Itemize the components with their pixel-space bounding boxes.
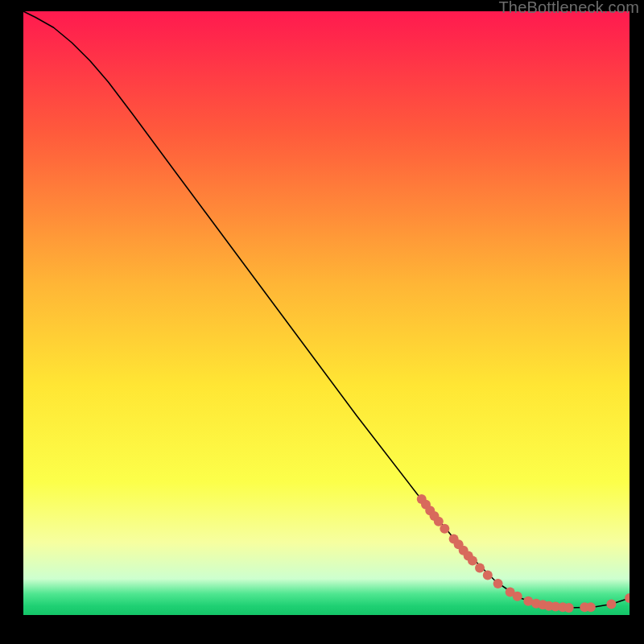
data-point [606,600,616,609]
watermark-text: TheBottleneck.com [498,0,639,17]
data-point [483,571,493,580]
data-point [564,603,574,613]
data-point [440,524,449,534]
bottleneck-chart [23,11,630,615]
gradient-background [23,11,630,615]
data-point [468,556,477,566]
data-point [493,579,503,588]
data-point [475,564,485,573]
data-point [513,592,522,601]
data-point [586,602,596,612]
chart-stage: TheBottleneck.com [0,0,644,644]
